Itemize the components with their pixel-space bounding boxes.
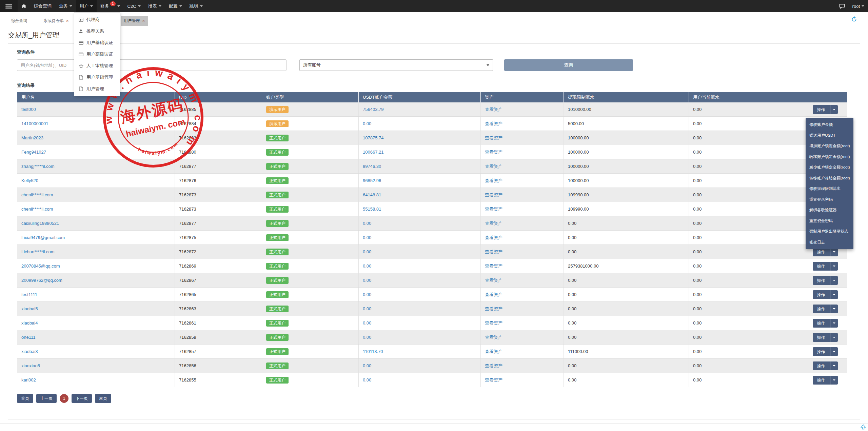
user-link[interactable]: one111: [21, 335, 35, 340]
nav-item-5[interactable]: 报表: [144, 0, 165, 12]
sidebar-toggle-button[interactable]: [0, 0, 18, 12]
user-link[interactable]: Feng941027: [21, 150, 46, 155]
user-link[interactable]: test1111: [21, 292, 37, 297]
page-button-2[interactable]: 1: [60, 394, 68, 403]
user-link[interactable]: karl002: [21, 377, 36, 383]
view-assets-link[interactable]: 查看资产: [485, 263, 502, 269]
action-caret-button[interactable]: [830, 376, 838, 385]
tab-0[interactable]: 综合查询: [8, 16, 30, 26]
page-button-3[interactable]: 下一页: [72, 394, 92, 403]
user-link[interactable]: zhangj*****il.com: [21, 164, 55, 169]
user-link[interactable]: xiaobai5: [21, 306, 38, 311]
action-button[interactable]: 操作: [813, 290, 830, 299]
usdt-amount-link[interactable]: 0.00: [363, 278, 371, 283]
view-assets-link[interactable]: 查看资产: [485, 249, 502, 254]
usdt-amount-link[interactable]: 0.00: [363, 306, 371, 311]
view-assets-link[interactable]: 查看资产: [485, 306, 502, 311]
usdt-amount-link[interactable]: 0.00: [363, 249, 371, 254]
usdt-amount-link[interactable]: 55158.81: [363, 207, 381, 212]
view-assets-link[interactable]: 查看资产: [485, 335, 502, 340]
view-assets-link[interactable]: 查看资产: [485, 150, 502, 155]
user-link[interactable]: test000: [21, 107, 36, 112]
nav-item-6[interactable]: 配置: [165, 0, 186, 12]
action-caret-button[interactable]: [830, 361, 838, 370]
view-assets-link[interactable]: 查看资产: [485, 278, 502, 283]
user-menu-item-1[interactable]: 推荐关系: [74, 25, 120, 37]
action-caret-button[interactable]: [830, 333, 838, 342]
action-caret-button[interactable]: [830, 319, 838, 328]
usdt-amount-link[interactable]: 100667.21: [363, 150, 383, 155]
usdt-amount-link[interactable]: 0.00: [363, 320, 371, 326]
usdt-amount-link[interactable]: 0.00: [363, 292, 371, 297]
action-caret-button[interactable]: [830, 305, 838, 313]
action-menu-item-7[interactable]: 重置登录密码: [806, 194, 853, 205]
user-link[interactable]: Lixia9479@gmail.com: [21, 235, 65, 240]
action-menu-item-10[interactable]: 强制用户退出登录状态: [806, 226, 853, 237]
view-assets-link[interactable]: 查看资产: [485, 221, 502, 226]
action-menu-item-2[interactable]: 增加账户锁定金额(root): [806, 141, 853, 152]
user-link[interactable]: caixiuling19880521: [21, 221, 59, 226]
user-link[interactable]: 20078845@qq.com: [21, 263, 60, 269]
view-assets-link[interactable]: 查看资产: [485, 235, 502, 240]
nav-item-2[interactable]: 用户: [76, 0, 97, 12]
action-menu-item-1[interactable]: 赠送用户USDT: [806, 130, 853, 141]
close-icon[interactable]: ×: [66, 19, 69, 23]
usdt-amount-link[interactable]: 96852.96: [363, 178, 381, 183]
action-button[interactable]: 操作: [813, 276, 830, 285]
action-menu-item-6[interactable]: 修改提现限制流水: [806, 183, 853, 194]
view-assets-link[interactable]: 查看资产: [485, 121, 502, 126]
nav-item-1[interactable]: 业务: [55, 0, 76, 12]
nav-item-4[interactable]: C2C: [124, 0, 144, 12]
action-button[interactable]: 操作: [813, 361, 830, 370]
action-button[interactable]: 操作: [813, 319, 830, 328]
messages-button[interactable]: [835, 0, 849, 12]
user-link[interactable]: 14100000001: [21, 121, 48, 126]
user-menu-item-3[interactable]: 用户高级认证: [74, 48, 120, 60]
user-link[interactable]: Lichun*****il.com: [21, 249, 55, 254]
action-caret-button[interactable]: [830, 262, 838, 271]
user-link[interactable]: xiaoxiao5: [21, 363, 40, 368]
usdt-amount-link[interactable]: 64148.81: [363, 192, 381, 197]
view-assets-link[interactable]: 查看资产: [485, 363, 502, 368]
usdt-amount-link[interactable]: 99746.30: [363, 164, 381, 169]
view-assets-link[interactable]: 查看资产: [485, 164, 502, 169]
action-button[interactable]: 操作: [813, 305, 830, 313]
action-caret-button[interactable]: [830, 276, 838, 285]
view-assets-link[interactable]: 查看资产: [485, 377, 502, 383]
usdt-amount-link[interactable]: 0.00: [363, 377, 371, 383]
action-menu-item-8[interactable]: 解绑谷歌验证器: [806, 205, 853, 216]
page-button-1[interactable]: 上一页: [36, 394, 57, 403]
nav-item-0[interactable]: 综合查询: [30, 0, 55, 12]
close-icon[interactable]: ×: [142, 19, 145, 23]
view-assets-link[interactable]: 查看资产: [485, 207, 502, 212]
user-link[interactable]: Kelly520: [21, 178, 38, 183]
user-link[interactable]: xiaobai4: [21, 320, 38, 326]
usdt-amount-link[interactable]: 0.00: [363, 235, 371, 240]
usdt-amount-link[interactable]: 107875.74: [363, 135, 383, 140]
view-assets-link[interactable]: 查看资产: [485, 349, 502, 354]
action-button[interactable]: 操作: [813, 105, 830, 114]
action-menu-item-5[interactable]: 转移账户冻结金额(root): [806, 173, 853, 184]
action-menu-item-4[interactable]: 减少账户锁定金额(root): [806, 162, 853, 173]
usdt-amount-link[interactable]: 0.00: [363, 263, 371, 269]
account-type-select[interactable]: 所有账号: [299, 59, 493, 71]
usdt-amount-link[interactable]: 756403.79: [363, 107, 383, 112]
user-menu-item-4[interactable]: 人工审核管理: [74, 60, 120, 72]
usdt-amount-link[interactable]: 0.00: [363, 363, 371, 368]
user-menu-item-5[interactable]: 用户基础管理: [74, 72, 120, 83]
action-button[interactable]: 操作: [813, 347, 830, 356]
nav-item-3[interactable]: 财务1: [97, 0, 124, 12]
usdt-amount-link[interactable]: 0.00: [363, 121, 371, 126]
action-caret-button[interactable]: [830, 347, 838, 356]
tab-1[interactable]: 永续持仓单×: [40, 16, 72, 26]
view-assets-link[interactable]: 查看资产: [485, 178, 502, 183]
user-link[interactable]: Martin2023: [21, 135, 43, 140]
user-menu-item-6[interactable]: 用户管理: [74, 83, 120, 95]
user-account-dropdown[interactable]: root: [849, 0, 868, 12]
action-button[interactable]: 操作: [813, 333, 830, 342]
page-button-0[interactable]: 首页: [17, 394, 33, 403]
view-assets-link[interactable]: 查看资产: [485, 135, 502, 140]
action-button[interactable]: 操作: [813, 376, 830, 385]
user-link[interactable]: 200999762@qq.com: [21, 278, 62, 283]
user-menu-item-2[interactable]: 用户基础认证: [74, 37, 120, 48]
